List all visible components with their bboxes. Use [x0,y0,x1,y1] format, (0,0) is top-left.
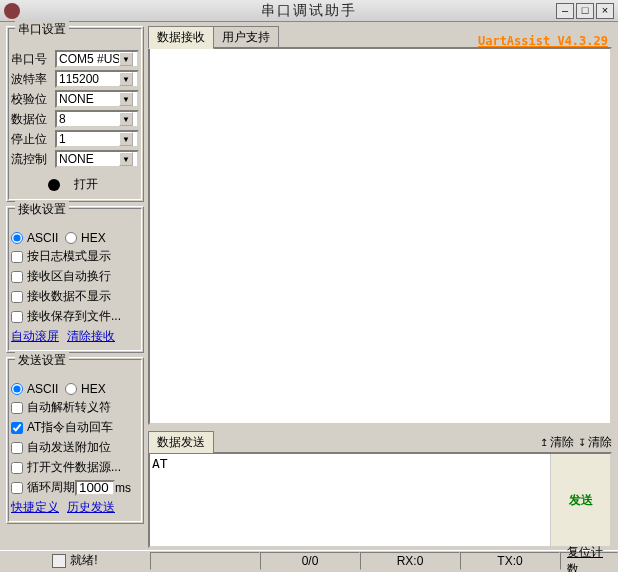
replug-icon [52,554,66,568]
chevron-down-icon[interactable]: ▼ [119,152,133,166]
recv-legend: 接收设置 [15,201,69,218]
chevron-down-icon[interactable]: ▼ [119,72,133,86]
tab-data-recv[interactable]: 数据接收 [148,26,214,49]
tab-data-send[interactable]: 数据发送 [148,431,214,453]
minimize-button[interactable]: – [556,3,574,19]
send-settings-group: 发送设置 ASCII HEX 自动解析转义符 AT指令自动回车 自动发送附加位 … [6,357,144,524]
savefile-label: 接收保存到文件... [27,308,121,325]
app-icon [4,3,20,19]
recv-hex-radio[interactable] [65,232,77,244]
openfile-label: 打开文件数据源... [27,459,121,476]
autoscroll-link[interactable]: 自动滚屏 [11,328,59,345]
recv-settings-group: 接收设置 ASCII HEX 按日志模式显示 接收区自动换行 接收数据不显示 接… [6,206,144,353]
loop-checkbox[interactable] [11,482,23,494]
recv-textarea[interactable] [148,47,612,425]
close-button[interactable]: × [596,3,614,19]
logmode-checkbox[interactable] [11,251,23,263]
shortcut-link[interactable]: 快捷定义 [11,499,59,516]
port-label: 串口号 [11,51,51,68]
recv-ascii-radio[interactable] [11,232,23,244]
chevron-down-icon[interactable]: ▼ [119,92,133,106]
ms-label: ms [115,481,131,495]
autowrap-checkbox[interactable] [11,271,23,283]
window-title: 串口调试助手 [261,2,357,20]
loop-label: 循环周期 [27,479,75,496]
history-link[interactable]: 历史发送 [67,499,115,516]
chevron-down-icon[interactable]: ▼ [119,132,133,146]
stopbits-label: 停止位 [11,131,51,148]
tab-user-support[interactable]: 用户支持 [213,26,279,48]
append-checkbox[interactable] [11,442,23,454]
recv-hex-label: HEX [81,231,106,245]
send-ascii-radio[interactable] [11,383,23,395]
send-textarea[interactable]: AT [150,454,550,546]
serial-legend: 串口设置 [15,21,69,38]
atcr-label: AT指令自动回车 [27,419,113,436]
hidedata-checkbox[interactable] [11,291,23,303]
status-rx: RX:0 [360,552,460,570]
send-ascii-label: ASCII [27,382,58,396]
recv-ascii-label: ASCII [27,231,58,245]
hidedata-label: 接收数据不显示 [27,288,111,305]
send-hex-radio[interactable] [65,383,77,395]
status-ready: 就绪! [70,552,97,569]
clear-recv-link[interactable]: 清除接收 [67,328,115,345]
arrow-down-icon: ↧ [578,437,586,448]
append-label: 自动发送附加位 [27,439,111,456]
loop-period-input[interactable] [75,480,115,496]
parity-label: 校验位 [11,91,51,108]
savefile-checkbox[interactable] [11,311,23,323]
flow-label: 流控制 [11,151,51,168]
reset-counter-button[interactable]: 复位计数 [560,552,618,570]
status-tx: TX:0 [460,552,560,570]
send-button[interactable]: 发送 [550,454,610,546]
version-link[interactable]: UartAssist V4.3.29 [478,34,612,48]
logmode-label: 按日志模式显示 [27,248,111,265]
status-indicator-icon [48,179,60,191]
status-pages: 0/0 [260,552,360,570]
clear-down-button[interactable]: ↧清除 [578,434,612,451]
escape-checkbox[interactable] [11,402,23,414]
openfile-checkbox[interactable] [11,462,23,474]
serial-settings-group: 串口设置 串口号 COM5 #US ▼ 波特率 115200 ▼ 校验位 NON… [6,26,144,202]
chevron-down-icon[interactable]: ▼ [119,112,133,126]
send-hex-label: HEX [81,382,106,396]
chevron-down-icon[interactable]: ▼ [119,52,133,66]
open-port-button[interactable]: 打开 [70,174,102,195]
baud-label: 波特率 [11,71,51,88]
autowrap-label: 接收区自动换行 [27,268,111,285]
arrow-up-icon: ↥ [540,437,548,448]
escape-label: 自动解析转义符 [27,399,111,416]
atcr-checkbox[interactable] [11,422,23,434]
send-legend: 发送设置 [15,352,69,369]
databits-label: 数据位 [11,111,51,128]
maximize-button[interactable]: □ [576,3,594,19]
clear-up-button[interactable]: ↥清除 [540,434,574,451]
